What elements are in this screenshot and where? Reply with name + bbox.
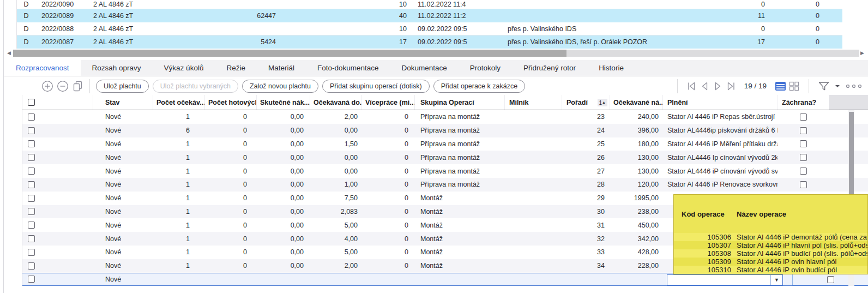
popup-operation-row[interactable]: 105307 Stator Al 4446 iP hlavní pól (sli… bbox=[674, 241, 867, 249]
popup-operation-row[interactable]: 105310 Stator Al 4446 iP ovin budící pól bbox=[674, 266, 867, 274]
cell-stav: Nové bbox=[93, 246, 153, 259]
toolbar-button[interactable]: Založ novou plachtu bbox=[242, 80, 318, 93]
first-page-icon[interactable] bbox=[686, 81, 697, 91]
cell-rescue bbox=[777, 151, 829, 164]
row-checkbox[interactable] bbox=[28, 154, 35, 161]
tab[interactable]: Režie bbox=[215, 60, 257, 76]
order-doc-type: D bbox=[17, 38, 35, 46]
cell-select bbox=[22, 124, 93, 137]
cell-order: 25 bbox=[562, 137, 610, 151]
tab[interactable]: Protokoly bbox=[459, 60, 512, 76]
operation-row[interactable]: Nové 1 0 0,00 0,00 0 Příprava na montáž … bbox=[22, 151, 868, 164]
row-checkbox[interactable] bbox=[28, 235, 35, 242]
cell-expected-cost: 240,00 bbox=[610, 110, 663, 124]
header-expected-count[interactable]: Počet očekáv... bbox=[153, 95, 205, 110]
next-page-icon[interactable] bbox=[713, 81, 723, 91]
scrollbar-thumb[interactable] bbox=[13, 50, 566, 57]
row-checkbox[interactable] bbox=[28, 127, 35, 134]
header-expected-time[interactable]: Očekávaná do... bbox=[310, 95, 362, 110]
header-actual-cost[interactable]: Skutečné nák... bbox=[257, 95, 310, 110]
row-checkbox[interactable] bbox=[28, 262, 35, 270]
rescue-checkbox[interactable] bbox=[800, 181, 807, 188]
scrollbar-track[interactable] bbox=[13, 50, 859, 57]
rescue-checkbox[interactable] bbox=[800, 127, 807, 134]
tab[interactable]: Historie bbox=[587, 60, 635, 76]
operation-row[interactable]: Nové 1 0 0,00 1,50 0 Příprava na montáž … bbox=[22, 137, 868, 151]
scroll-left-arrow-icon[interactable]: ◀ bbox=[5, 50, 13, 57]
popup-operation-row[interactable]: 105309 Stator Al 4446 iP ovin hlavní pól bbox=[674, 258, 867, 266]
header-order[interactable]: Pořadí 1▲ bbox=[562, 95, 610, 110]
cell-select bbox=[22, 218, 93, 232]
rescue-checkbox[interactable] bbox=[827, 276, 834, 283]
header-stav[interactable]: Stav bbox=[93, 95, 153, 110]
cell-expected-count: 1 bbox=[153, 164, 205, 178]
toolbar-button[interactable]: Přidat skupinu operací (dotisk) bbox=[322, 80, 430, 93]
remove-row-icon[interactable] bbox=[57, 80, 69, 92]
toolbar-button[interactable]: Ulož plachtu bbox=[96, 80, 149, 93]
order-row[interactable]: D 2022/0087 2 AL 4846 zT 5424 17 09.02.2… bbox=[17, 35, 842, 49]
header-done-count[interactable]: Počet hotových bbox=[205, 95, 257, 110]
rescue-checkbox[interactable] bbox=[800, 113, 807, 121]
row-checkbox[interactable] bbox=[28, 140, 35, 147]
operation-row[interactable]: Nové 1 0 0,00 1,00 0 Příprava na montáž … bbox=[22, 178, 868, 192]
operation-row[interactable]: Nové 6 0 0,00 0,00 0 Příprava na montáž … bbox=[22, 124, 868, 137]
tab[interactable]: Materiál bbox=[257, 60, 306, 76]
header-fulfillment[interactable]: Plnění bbox=[663, 95, 777, 110]
popup-operation-row[interactable]: 105306 Stator Al 4446 iP demontáž pólů (… bbox=[674, 233, 867, 241]
rescue-checkbox[interactable] bbox=[800, 168, 807, 175]
toolbar-button[interactable]: Přidat operace k zakázce bbox=[433, 80, 525, 93]
copy-icon[interactable] bbox=[72, 80, 83, 92]
tab[interactable]: Rozsah opravy bbox=[81, 60, 153, 76]
horizontal-scrollbar[interactable]: ◀ ▶ bbox=[4, 50, 868, 57]
last-page-icon[interactable] bbox=[726, 81, 736, 91]
order-row[interactable]: D 2022/0089 2 AL 4846 zT 62447 40 11.02.… bbox=[17, 9, 842, 22]
popup-operation-row[interactable]: 105308 Stator Al 4446 iP budící pól (sli… bbox=[674, 249, 867, 258]
tab[interactable]: Rozpracovanost bbox=[4, 60, 81, 76]
tab[interactable]: Dokumentace bbox=[390, 60, 459, 76]
header-milestone[interactable]: Milník bbox=[505, 95, 562, 110]
row-checkbox[interactable] bbox=[28, 195, 35, 202]
rescue-checkbox[interactable] bbox=[800, 154, 807, 161]
grid-view-icon[interactable] bbox=[789, 81, 800, 91]
popup-op-name: Stator Al 4446 iP budící pól (slis. pólů… bbox=[731, 249, 867, 258]
operation-row[interactable]: Nové 1 0 0,00 2,00 0 Příprava na montáž … bbox=[22, 110, 868, 124]
tab[interactable]: Foto-dokumentace bbox=[306, 60, 390, 76]
combobox-dropdown-icon[interactable]: ▼ bbox=[770, 275, 782, 285]
fulfillment-combobox[interactable]: ▼ bbox=[667, 274, 783, 285]
header-rescue[interactable]: Záchrana? bbox=[777, 95, 829, 110]
tab[interactable]: Přidružený rotor bbox=[512, 60, 587, 76]
add-row-icon[interactable] bbox=[41, 80, 53, 92]
tab[interactable]: Výkaz úkolů bbox=[153, 60, 215, 76]
row-checkbox[interactable] bbox=[28, 276, 35, 283]
cell-milestone bbox=[505, 164, 562, 178]
cell-expected-time: 5,00 bbox=[310, 218, 362, 232]
scroll-right-arrow-icon[interactable]: ▶ bbox=[859, 50, 866, 57]
row-checkbox[interactable] bbox=[28, 168, 35, 175]
rescue-checkbox[interactable] bbox=[800, 140, 807, 147]
row-checkbox[interactable] bbox=[28, 249, 35, 256]
combobox-value[interactable] bbox=[667, 275, 770, 285]
cell-done-count: 0 bbox=[205, 232, 257, 246]
cell-expected-count: 1 bbox=[153, 192, 205, 205]
header-expected-cost[interactable]: Očekávané ná... bbox=[610, 95, 663, 110]
filter-icon[interactable] bbox=[818, 81, 832, 92]
header-overtime[interactable]: Vícepráce (mi... bbox=[362, 95, 415, 110]
sort-order-badge[interactable]: 1▲ bbox=[598, 99, 608, 106]
operation-row[interactable]: Nové 1 0 0,00 0,00 0 Příprava na montáž … bbox=[22, 164, 868, 178]
new-operation-row[interactable]: Nové ▼ bbox=[22, 273, 868, 286]
row-checkbox[interactable] bbox=[28, 222, 35, 229]
prev-page-icon[interactable] bbox=[700, 81, 710, 91]
select-all-checkbox[interactable] bbox=[28, 99, 35, 106]
more-options-icon[interactable] bbox=[845, 83, 863, 89]
row-checkbox[interactable] bbox=[28, 181, 35, 188]
order-row[interactable]: D 2022/0090 2 AL 4846 zT 10 11.02.2022 1… bbox=[17, 0, 842, 9]
filter-dropdown-caret-icon[interactable] bbox=[835, 84, 840, 88]
header-op-group[interactable]: Skupina Operací bbox=[415, 95, 505, 110]
cell-expected-count: 1 bbox=[153, 137, 205, 151]
order-row[interactable]: D 2022/0088 2 AL 4846 zT 10 09.02.2022 0… bbox=[17, 22, 842, 35]
row-checkbox[interactable] bbox=[28, 208, 35, 215]
row-checkbox[interactable] bbox=[28, 113, 35, 121]
cell-select bbox=[22, 259, 93, 273]
cell-done-count: 0 bbox=[205, 259, 257, 273]
list-view-icon[interactable] bbox=[775, 81, 786, 91]
